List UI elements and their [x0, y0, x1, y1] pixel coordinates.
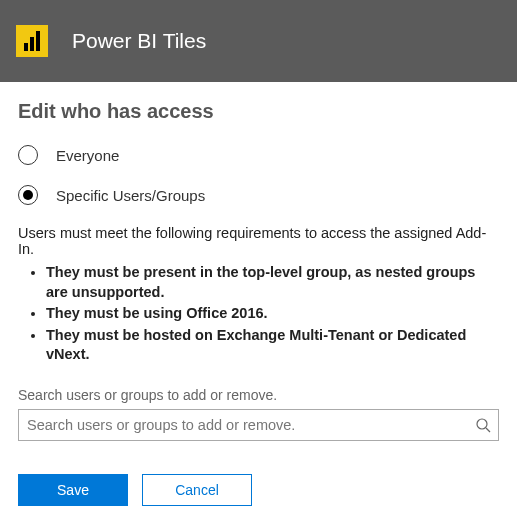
dialog-footer: Save Cancel	[18, 474, 252, 506]
power-bi-logo-icon	[16, 25, 48, 57]
requirements-intro: Users must meet the following requiremen…	[18, 225, 499, 257]
search-label: Search users or groups to add or remove.	[18, 387, 499, 403]
dialog-content: Edit who has access Everyone Specific Us…	[0, 82, 517, 441]
radio-option-specific[interactable]: Specific Users/Groups	[18, 185, 499, 205]
radio-option-everyone[interactable]: Everyone	[18, 145, 499, 165]
requirements-list: They must be present in the top-level gr…	[18, 263, 499, 365]
radio-icon	[18, 185, 38, 205]
radio-icon	[18, 145, 38, 165]
requirement-item: They must be using Office 2016.	[46, 304, 499, 324]
search-field-wrap	[18, 409, 499, 441]
cancel-button[interactable]: Cancel	[142, 474, 252, 506]
section-heading: Edit who has access	[18, 100, 499, 123]
radio-label-everyone: Everyone	[56, 147, 119, 164]
radio-label-specific: Specific Users/Groups	[56, 187, 205, 204]
search-input[interactable]	[18, 409, 499, 441]
save-button[interactable]: Save	[18, 474, 128, 506]
requirement-item: They must be hosted on Exchange Multi-Te…	[46, 326, 499, 365]
requirement-item: They must be present in the top-level gr…	[46, 263, 499, 302]
dialog-title: Power BI Tiles	[72, 29, 206, 53]
dialog-header: Power BI Tiles	[0, 0, 517, 82]
